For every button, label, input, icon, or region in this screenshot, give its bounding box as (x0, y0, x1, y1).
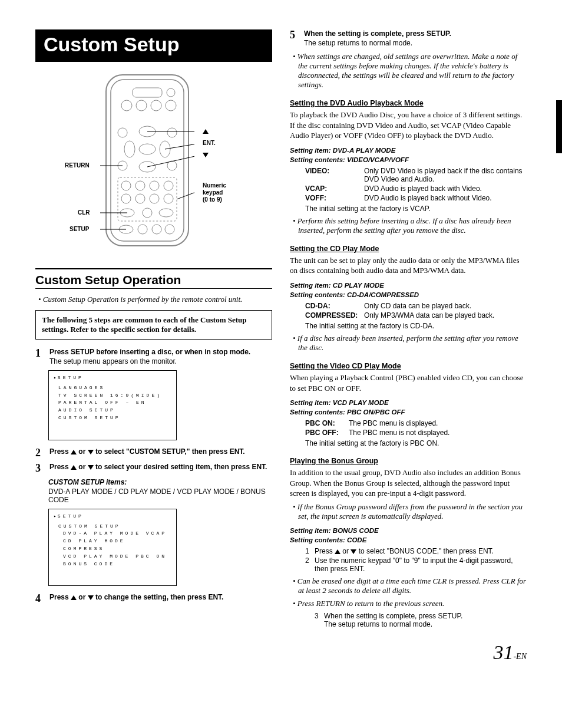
term: VOFF: (305, 194, 364, 202)
left-column: Custom Setup (35, 29, 272, 630)
triangle-down-icon (88, 465, 94, 470)
screen-line: LANGUAGES (58, 384, 171, 392)
triangle-up-icon (71, 465, 77, 470)
t: before inserting a disc, or when in stop… (94, 348, 250, 356)
triangle-up-icon (71, 450, 77, 454)
body-vcd: When playing a Playback Control (PBC) en… (290, 373, 527, 393)
svg-point-14 (167, 128, 177, 137)
step-number: 1 (35, 348, 44, 365)
setting-contents: Setting contents: CD-DA/COMPRESSED (290, 290, 527, 299)
t: SETUP (71, 348, 94, 356)
setting-item: Setting item: DVD-A PLAY MODE (290, 146, 527, 155)
bonus-step-1: 1 Press or to select "BONUS CODE," then … (305, 547, 527, 555)
common-steps-box: The following 5 steps are common to each… (35, 310, 272, 340)
t: ENT. (252, 463, 267, 471)
t: When the setting is complete, press SETU… (324, 612, 462, 620)
desc: DVD Audio is played back without Video. (364, 194, 527, 202)
screen-body: CUSTOM SETUP DVD-A PLAY MODE VCAP CD PLA… (58, 523, 171, 568)
label-ent: ENT. (203, 140, 216, 146)
def-cdda: CD-DA:Only CD data can be played back. (305, 302, 527, 310)
t: or (77, 447, 88, 456)
step-number: 3 (35, 463, 44, 473)
svg-point-13 (118, 128, 127, 137)
custom-setup-items-label: CUSTOM SETUP items: (48, 478, 272, 486)
body-cd: The unit can be set to play only the aud… (290, 255, 527, 276)
note-cd: • If a disc has already been inserted, p… (298, 334, 527, 353)
step-lead: Press or to select your desired setting … (49, 463, 272, 471)
svg-point-9 (139, 144, 156, 154)
label-keypad-2: keypad (203, 189, 223, 196)
desc: Only DVD Video is played back if the dis… (364, 167, 527, 183)
triangle-up-icon (203, 129, 209, 134)
note-bonus-1: • If the Bonus Group password differs fr… (298, 502, 527, 521)
def-pbc-off: PBC OFF:The PBC menu is not displayed. (305, 429, 527, 437)
label-down-icon (203, 151, 209, 158)
page-num-suffix: -EN (513, 652, 527, 661)
step-2: 2 Press or to select "CUSTOM SETUP," the… (35, 447, 272, 458)
t: Press (49, 593, 71, 601)
heading-cd: Setting the CD Play Mode (290, 245, 527, 253)
screen-line: CUSTOM SETUP (58, 523, 171, 531)
note-dvda: • Perform this setting before inserting … (298, 216, 527, 235)
term: PBC OFF: (305, 429, 349, 437)
right-column: 5 When the setting is complete, press SE… (290, 29, 527, 630)
setting-contents: Setting contents: PBC ON/PBC OFF (290, 407, 527, 417)
t: Press (315, 547, 335, 555)
n: 3 (315, 612, 324, 628)
step-body: Press or to change the setting, then pre… (49, 593, 272, 604)
body-dvda: To playback the DVD Audio Disc, you have… (290, 110, 527, 141)
svg-line-39 (177, 190, 194, 199)
screen-line: BONUS CODE (63, 561, 171, 568)
svg-point-3 (167, 88, 175, 97)
t: to select "BONUS CODE," then press ENT. (356, 547, 494, 555)
def-voff: VOFF:DVD Audio is played back without Vi… (305, 194, 527, 202)
t: Press (49, 463, 71, 471)
screen-title: SETUP (54, 374, 171, 382)
t: Press (49, 447, 71, 456)
initial-dvda: The initial setting at the factory is VC… (305, 205, 527, 213)
setup-screen-1: SETUP LANGUAGES TV SCREEN 16:9(WIDE) PAR… (48, 370, 177, 440)
svg-point-20 (150, 181, 159, 190)
def-vcap: VCAP:DVD Audio is played back with Video… (305, 185, 527, 193)
screen-line: TV SCREEN 16:9(WIDE) (58, 392, 171, 400)
svg-point-32 (165, 225, 174, 234)
svg-rect-17 (118, 177, 177, 221)
t: or (77, 463, 88, 471)
intro-note: • Custom Setup Operation is performed by… (44, 295, 272, 304)
setting-bonus: Setting item: BONUS CODE Setting content… (290, 526, 527, 545)
desc: Only CD data can be played back. (364, 302, 527, 310)
setting-item: Setting item: VCD PLAY MODE (290, 398, 527, 407)
setting-contents: Setting contents: VIDEO/VCAP/VOFF (290, 155, 527, 164)
heading-dvda: Setting the DVD Audio Playback Mode (290, 99, 527, 107)
label-keypad-1: Numeric (203, 182, 226, 189)
svg-point-19 (135, 181, 145, 190)
screen-line: CD PLAY MODE COMPRESS (63, 538, 171, 553)
term: VCAP: (305, 185, 364, 193)
note-bonus-3: • Press RETURN to return to the previous… (298, 599, 527, 608)
setting-contents: Setting contents: CODE (290, 535, 527, 545)
svg-point-28 (159, 209, 173, 217)
t: When the setting is complete, press SETU… (324, 612, 462, 628)
step-body: Press or to select "CUSTOM SETUP," then … (49, 447, 272, 458)
screen-line: PARENTAL OFF – EN (58, 399, 171, 407)
term: CD-DA: (305, 302, 364, 310)
t: Press (49, 348, 71, 356)
svg-point-5 (136, 100, 147, 111)
def-pbc-on: PBC ON:The PBC menu is displayed. (305, 419, 527, 427)
desc: The PBC menu is not displayed. (349, 429, 527, 437)
page-title: Custom Setup (35, 29, 272, 62)
triangle-down-icon (88, 595, 94, 600)
page-num-big: 31 (493, 641, 513, 663)
step-number: 4 (35, 593, 44, 604)
step-lead: Press SETUP before inserting a disc, or … (49, 348, 272, 356)
bonus-step-2: 2 Use the numeric keypad "0" to "9" to i… (305, 556, 527, 573)
svg-point-25 (164, 194, 173, 203)
setting-item: Setting item: CD PLAY MODE (290, 281, 527, 290)
step-3: 3 Press or to select your desired settin… (35, 463, 272, 473)
t: to select "CUSTOM SETUP," then press (94, 447, 230, 456)
triangle-down-icon (88, 450, 94, 454)
n: 2 (305, 556, 315, 573)
step-number: 2 (35, 447, 44, 458)
screen-line: DVD-A PLAY MODE VCAP (63, 530, 171, 538)
label-up-icon (203, 128, 209, 134)
